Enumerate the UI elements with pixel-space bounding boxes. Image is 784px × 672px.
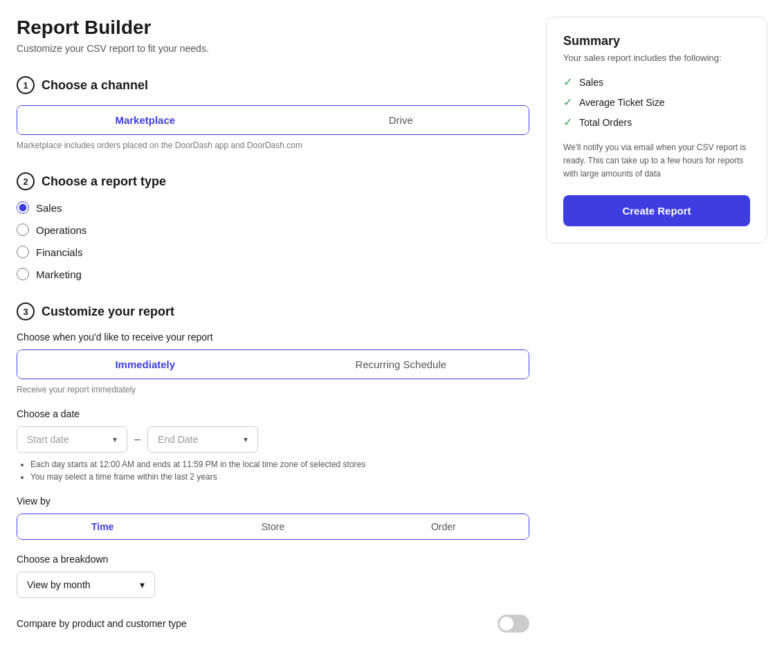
section-customize-report: 3 Customize your report Choose when you'… <box>17 302 529 633</box>
radio-label-sales: Sales <box>36 202 62 214</box>
summary-items: ✓ Sales ✓ Average Ticket Size ✓ Total Or… <box>563 75 750 129</box>
view-by-btn-store[interactable]: Store <box>188 514 358 539</box>
view-by-toggle-group: Time Store Order <box>17 514 529 540</box>
radio-item-marketing[interactable]: Marketing <box>17 268 529 280</box>
end-date-placeholder: End Date <box>158 434 198 445</box>
page-subtitle: Customize your CSV report to fit your ne… <box>17 43 529 54</box>
section-header-channel: 1 Choose a channel <box>17 76 529 94</box>
date-bullet-2: You may select a time frame within the l… <box>30 472 529 482</box>
compare-row: Compare by product and customer type <box>17 615 529 633</box>
start-date-select[interactable]: Start date ▾ <box>17 426 127 453</box>
breakdown-select[interactable]: View by month ▾ <box>17 572 155 598</box>
date-range-dash: – <box>134 433 140 446</box>
breakdown-label: Choose a breakdown <box>17 554 529 565</box>
radio-sales[interactable] <box>17 201 29 214</box>
channel-toggle-group: Marketplace Drive <box>17 105 529 135</box>
view-by-btn-order[interactable]: Order <box>358 514 529 539</box>
date-row: Start date ▾ – End Date ▾ <box>17 426 529 453</box>
summary-subtitle: Your sales report includes the following… <box>563 53 750 63</box>
start-date-placeholder: Start date <box>27 434 69 445</box>
breakdown-value: View by month <box>27 579 91 590</box>
summary-note: We'll notify you via email when your CSV… <box>563 141 750 181</box>
section-number-2: 2 <box>17 172 35 190</box>
section-header-customize: 3 Customize your report <box>17 302 529 320</box>
radio-financials[interactable] <box>17 246 29 258</box>
radio-item-operations[interactable]: Operations <box>17 224 529 236</box>
radio-label-financials: Financials <box>36 246 83 258</box>
summary-label-total-orders: Total Orders <box>579 117 632 128</box>
section-header-report-type: 2 Choose a report type <box>17 172 529 190</box>
section-title-report-type: Choose a report type <box>42 174 166 189</box>
breakdown-chevron-icon: ▾ <box>140 579 145 590</box>
schedule-label: Choose when you'd like to receive your r… <box>17 332 529 343</box>
radio-item-financials[interactable]: Financials <box>17 246 529 258</box>
date-bullet-1: Each day starts at 12:00 AM and ends at … <box>30 460 529 469</box>
schedule-btn-immediately[interactable]: Immediately <box>17 350 273 379</box>
schedule-note: Receive your report immediately <box>17 385 529 394</box>
radio-operations[interactable] <box>17 224 29 236</box>
section-choose-report-type: 2 Choose a report type Sales Operations … <box>17 172 529 280</box>
section-title-channel: Choose a channel <box>42 78 148 93</box>
schedule-btn-recurring[interactable]: Recurring Schedule <box>273 350 529 379</box>
date-bullets: Each day starts at 12:00 AM and ends at … <box>17 460 529 482</box>
create-report-button[interactable]: Create Report <box>563 195 750 226</box>
channel-note: Marketplace includes orders placed on th… <box>17 140 529 150</box>
view-by-btn-time[interactable]: Time <box>17 514 188 539</box>
channel-btn-drive[interactable]: Drive <box>273 106 529 134</box>
compare-label: Compare by product and customer type <box>17 618 187 629</box>
section-number-3: 3 <box>17 302 35 320</box>
end-date-select[interactable]: End Date ▾ <box>147 426 258 453</box>
channel-btn-marketplace[interactable]: Marketplace <box>17 106 273 134</box>
radio-item-sales[interactable]: Sales <box>17 201 529 214</box>
compare-toggle[interactable] <box>498 615 529 633</box>
summary-title: Summary <box>563 34 750 48</box>
end-date-chevron-icon: ▾ <box>244 435 248 444</box>
summary-item-total-orders: ✓ Total Orders <box>563 116 750 129</box>
summary-card: Summary Your sales report includes the f… <box>546 17 767 244</box>
view-by-label: View by <box>17 496 529 507</box>
summary-panel: Summary Your sales report includes the f… <box>546 17 767 655</box>
radio-marketing[interactable] <box>17 268 29 280</box>
report-type-radio-group: Sales Operations Financials Marketing <box>17 201 529 280</box>
section-choose-channel: 1 Choose a channel Marketplace Drive Mar… <box>17 76 529 150</box>
summary-label-avg-ticket: Average Ticket Size <box>579 97 664 108</box>
radio-label-marketing: Marketing <box>36 269 82 280</box>
start-date-chevron-icon: ▾ <box>113 435 117 444</box>
page-title: Report Builder <box>17 17 529 39</box>
main-content: Report Builder Customize your CSV report… <box>17 17 529 655</box>
check-icon-total-orders: ✓ <box>563 116 572 129</box>
summary-item-sales: ✓ Sales <box>563 75 750 89</box>
schedule-toggle-group: Immediately Recurring Schedule <box>17 349 529 379</box>
summary-label-sales: Sales <box>579 77 603 88</box>
date-label: Choose a date <box>17 408 529 419</box>
check-icon-avg-ticket: ✓ <box>563 96 572 109</box>
section-title-customize: Customize your report <box>42 305 174 319</box>
summary-item-avg-ticket: ✓ Average Ticket Size <box>563 96 750 109</box>
radio-label-operations: Operations <box>36 224 86 236</box>
check-icon-sales: ✓ <box>563 75 572 89</box>
compare-slider <box>498 615 529 633</box>
section-number-1: 1 <box>17 76 35 94</box>
